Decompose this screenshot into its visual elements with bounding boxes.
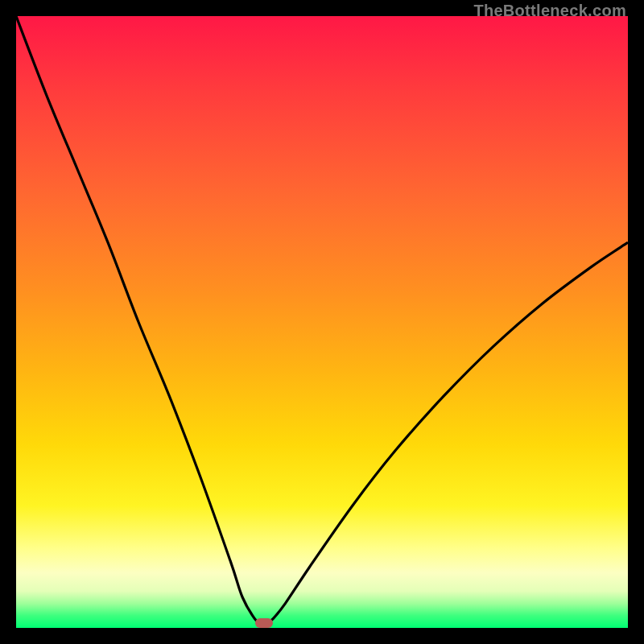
chart-frame: TheBottleneck.com [0,0,644,644]
minimum-marker [255,618,273,628]
bottleneck-curve [16,16,628,628]
watermark-text: TheBottleneck.com [473,2,626,20]
plot-area [16,16,628,628]
